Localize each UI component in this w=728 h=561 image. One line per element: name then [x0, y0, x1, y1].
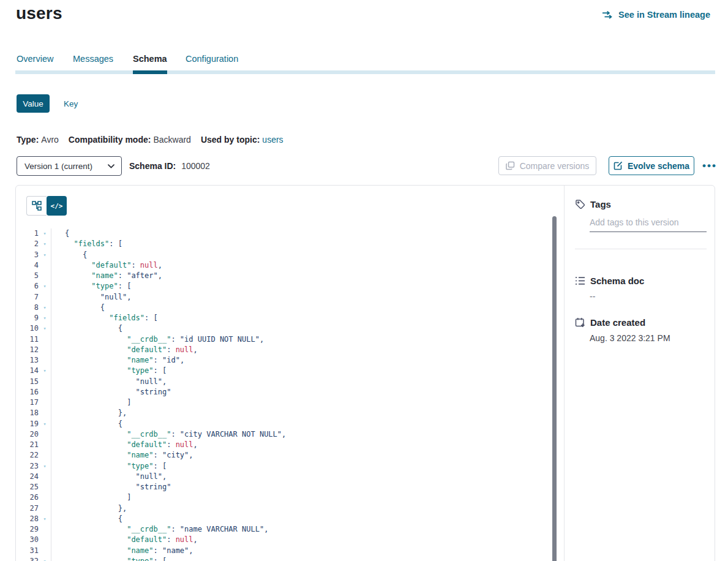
more-options-button[interactable]: •••	[699, 156, 720, 175]
fold-spacer	[39, 546, 51, 556]
code-text: "type": [	[51, 556, 552, 561]
fold-spacer	[39, 345, 51, 355]
code-text: "name": "city",	[51, 450, 552, 461]
evolve-schema-button[interactable]: Evolve schema	[609, 156, 694, 175]
code-view-button[interactable]: </>	[47, 196, 67, 216]
calendar-plus-icon	[575, 317, 585, 328]
key-toggle-button[interactable]: Key	[64, 94, 78, 113]
code-text: ]	[51, 397, 552, 408]
code-line: 8▾ {	[25, 303, 552, 313]
fold-spacer	[39, 482, 51, 492]
fold-spacer	[39, 440, 51, 450]
code-text: {	[51, 323, 552, 334]
code-line: 26 ]	[25, 492, 552, 503]
line-number: 29	[25, 524, 39, 535]
fold-spacer	[39, 408, 51, 418]
line-number: 14	[25, 366, 39, 376]
code-text: "fields": [	[51, 313, 552, 323]
tab-messages[interactable]: Messages	[73, 54, 114, 64]
tag-icon	[575, 199, 585, 209]
line-number: 21	[25, 440, 39, 450]
code-text: },	[51, 503, 552, 514]
code-text: {	[51, 250, 552, 260]
add-tags-input[interactable]	[590, 217, 707, 232]
tab-schema[interactable]: Schema	[133, 54, 167, 64]
code-line: 12 "default": null,	[25, 345, 552, 355]
code-line: 19▾ {	[25, 419, 552, 429]
fold-arrow-icon[interactable]: ▾	[39, 303, 51, 313]
line-number: 1	[25, 228, 39, 239]
code-line: 10▾ {	[25, 323, 552, 334]
fold-spacer	[39, 503, 51, 514]
evolve-schema-label: Evolve schema	[628, 161, 689, 171]
schema-card: </> 1▾{2▾ "fields": [3▾ {4 "default": nu…	[15, 185, 715, 561]
see-in-stream-lineage-link[interactable]: See in Stream lineage	[602, 10, 710, 20]
code-line: 9▾ "fields": [	[25, 313, 552, 323]
fold-spacer	[39, 260, 51, 271]
line-number: 7	[25, 292, 39, 303]
line-number: 24	[25, 472, 39, 482]
fold-spacer	[39, 387, 51, 397]
fold-spacer	[39, 292, 51, 303]
tab-overview[interactable]: Overview	[17, 54, 54, 64]
code-text: "name": "id",	[51, 355, 552, 366]
fold-spacer	[39, 377, 51, 387]
code-line: 13 "name": "id",	[25, 355, 552, 366]
tab-bar: Overview Messages Schema Configuration	[17, 54, 242, 64]
topic-link[interactable]: users	[262, 135, 283, 145]
tree-view-button[interactable]	[26, 196, 47, 216]
line-number: 28	[25, 514, 39, 524]
fold-arrow-icon[interactable]: ▾	[39, 366, 51, 376]
tab-configuration[interactable]: Configuration	[186, 54, 242, 64]
schema-id-value: 100002	[181, 161, 210, 171]
code-line: 27 },	[25, 503, 552, 514]
fold-arrow-icon[interactable]: ▾	[39, 239, 51, 249]
line-number: 19	[25, 419, 39, 429]
fold-arrow-icon[interactable]: ▾	[39, 461, 51, 472]
fold-arrow-icon[interactable]: ▾	[39, 313, 51, 323]
fold-arrow-icon[interactable]: ▾	[39, 281, 51, 292]
fold-arrow-icon[interactable]: ▾	[39, 419, 51, 429]
version-select[interactable]: Version 1 (current)	[17, 156, 122, 176]
code-text: "string"	[51, 387, 552, 397]
fold-arrow-icon[interactable]: ▾	[39, 514, 51, 524]
code-line: 14▾ "type": [	[25, 366, 552, 376]
code-text: "null",	[51, 472, 552, 482]
ellipsis-icon: •••	[702, 160, 717, 172]
line-number: 30	[25, 535, 39, 545]
code-text: "default": null,	[51, 260, 552, 271]
code-line: 15 "null",	[25, 377, 552, 387]
tab-underline-track	[15, 70, 715, 74]
schema-doc-title-label: Schema doc	[590, 276, 644, 286]
code-line: 21 "default": null,	[25, 440, 552, 450]
fold-arrow-icon[interactable]: ▾	[39, 556, 51, 561]
line-number: 10	[25, 323, 39, 334]
code-text: "fields": [	[51, 239, 552, 249]
fold-arrow-icon[interactable]: ▾	[39, 228, 51, 239]
code-lines[interactable]: 1▾{2▾ "fields": [3▾ {4 "default": null,5…	[25, 228, 552, 561]
code-text: "default": null,	[51, 440, 552, 450]
editor-view-toggle: </>	[26, 196, 67, 216]
fold-spacer	[39, 271, 51, 281]
fold-arrow-icon[interactable]: ▾	[39, 323, 51, 334]
code-text: "type": [	[51, 281, 552, 292]
tags-section-title: Tags	[575, 199, 611, 209]
line-number: 25	[25, 482, 39, 492]
line-number: 27	[25, 503, 39, 514]
version-select-value: Version 1 (current)	[24, 162, 92, 171]
schema-page: users See in Stream lineage Overview Mes…	[0, 0, 728, 561]
schema-id: Schema ID: 100002	[129, 161, 210, 171]
code-line: 32▾ "type": [	[25, 556, 552, 561]
line-number: 6	[25, 281, 39, 292]
code-text: {	[51, 514, 552, 524]
fold-arrow-icon[interactable]: ▾	[39, 250, 51, 260]
compare-versions-button[interactable]: Compare versions	[498, 156, 596, 175]
fold-spacer	[39, 355, 51, 366]
fold-spacer	[39, 472, 51, 482]
code-text: "type": [	[51, 461, 552, 472]
code-line: 5 "name": "after",	[25, 271, 552, 281]
line-number: 11	[25, 334, 39, 345]
tab-underline-active	[133, 70, 167, 74]
value-toggle-button[interactable]: Value	[17, 94, 50, 113]
editor-scrollbar[interactable]	[552, 216, 557, 561]
